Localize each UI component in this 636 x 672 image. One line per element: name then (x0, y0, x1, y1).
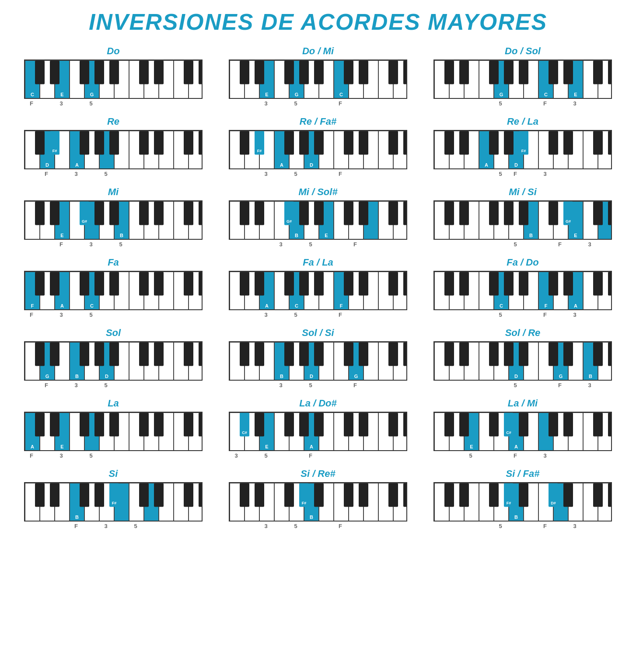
svg-text:C: C (544, 92, 548, 97)
svg-text:A: A (485, 162, 488, 168)
finger-label: F (30, 312, 33, 318)
chord-block-mi-sol: Mi / Sol#BEG#35F (222, 186, 414, 249)
svg-rect-447 (94, 483, 104, 507)
svg-rect-476 (403, 483, 407, 507)
finger-label: 3 (74, 382, 77, 388)
chord-title-sol-re: Sol / Re (505, 327, 541, 339)
svg-text:D: D (45, 162, 49, 168)
svg-rect-260 (344, 272, 353, 296)
svg-text:D: D (310, 162, 313, 168)
finger-label: 5 (104, 382, 107, 388)
svg-rect-452 (184, 483, 193, 507)
finger-label: 3 (543, 452, 546, 459)
finger-label: 5 (104, 171, 107, 177)
svg-rect-282 (504, 272, 514, 296)
finger-labels-si-fa: 5F3 (433, 523, 612, 531)
finger-label: F (543, 312, 547, 318)
svg-rect-113 (284, 131, 294, 155)
svg-text:C#: C# (242, 430, 247, 435)
svg-rect-357 (563, 343, 573, 366)
finger-labels-la-do: 35F (229, 452, 407, 460)
svg-rect-189 (359, 202, 368, 225)
chord-title-do-mi: Do / Mi (302, 46, 334, 57)
svg-rect-166 (184, 202, 193, 225)
svg-text:F#: F# (302, 501, 307, 505)
svg-rect-406 (403, 413, 407, 437)
svg-text:C: C (90, 303, 94, 308)
svg-rect-399 (255, 413, 264, 437)
svg-text:D: D (514, 162, 518, 168)
svg-rect-234 (94, 272, 104, 296)
finger-label: 5 (89, 452, 92, 459)
svg-rect-94 (184, 131, 193, 155)
svg-rect-22 (184, 61, 193, 84)
svg-rect-284 (549, 272, 558, 296)
chord-title-do: Do (107, 46, 119, 57)
finger-label: 5 (89, 100, 92, 107)
svg-rect-70 (593, 61, 603, 84)
svg-text:E: E (574, 233, 577, 238)
chord-block-sol-re: Sol / ReDGB5F3 (427, 327, 619, 390)
svg-text:B: B (120, 233, 123, 238)
svg-rect-164 (139, 202, 149, 225)
svg-rect-209 (504, 202, 514, 225)
svg-text:F#: F# (112, 501, 117, 505)
chord-block-si-fa: Si / Fa#BF#D#5F3 (427, 468, 619, 531)
svg-rect-214 (593, 202, 603, 225)
piano-svg-la-do: EAC# (229, 412, 407, 451)
svg-rect-141 (563, 131, 573, 155)
svg-rect-334 (388, 343, 398, 366)
finger-label: 3 (279, 382, 282, 388)
svg-text:B: B (310, 514, 313, 520)
svg-rect-15 (35, 61, 45, 84)
svg-text:B: B (589, 374, 592, 379)
finger-label: 3 (573, 100, 576, 107)
svg-rect-135 (459, 131, 469, 155)
svg-rect-422 (459, 413, 469, 437)
svg-rect-47 (403, 61, 407, 84)
svg-rect-165 (154, 202, 164, 225)
svg-text:C: C (500, 303, 503, 308)
svg-rect-403 (344, 413, 353, 437)
svg-rect-69 (563, 61, 573, 84)
chord-title-la-do: La / Do# (299, 398, 337, 409)
svg-text:A: A (31, 444, 34, 449)
piano-svg-re-la: ADF# (433, 130, 612, 169)
svg-rect-381 (184, 413, 193, 437)
piano-svg-la: AE (24, 412, 203, 451)
piano-svg-mi-si: BEG# (433, 200, 612, 240)
svg-rect-450 (139, 483, 149, 507)
svg-rect-354 (504, 343, 514, 366)
finger-label: F (543, 523, 547, 529)
svg-rect-330 (299, 343, 309, 366)
svg-rect-499 (593, 483, 603, 507)
svg-rect-283 (519, 272, 528, 296)
chord-title-re: Re (107, 116, 119, 127)
finger-label: 5 (499, 523, 502, 529)
svg-rect-377 (94, 413, 104, 437)
svg-rect-400 (284, 413, 294, 437)
chord-block-si-re: Si / Re#BF#35F (222, 468, 414, 531)
svg-text:G: G (45, 374, 49, 379)
svg-rect-430 (608, 413, 612, 437)
svg-rect-117 (359, 131, 368, 155)
chord-title-fa-do: Fa / Do (507, 257, 538, 268)
svg-text:E: E (265, 92, 268, 97)
finger-label: 5 (294, 100, 297, 107)
svg-text:G#: G# (566, 219, 571, 224)
svg-rect-379 (139, 413, 149, 437)
svg-rect-473 (344, 483, 353, 507)
finger-label: 3 (59, 312, 63, 318)
piano-svg-si: BF# (24, 482, 203, 522)
svg-text:F#: F# (521, 149, 526, 153)
svg-text:A: A (265, 303, 269, 308)
finger-label: F (30, 452, 33, 459)
svg-text:A: A (310, 444, 313, 449)
svg-rect-467 (240, 483, 249, 507)
svg-text:F: F (340, 303, 343, 308)
chord-block-do-sol: Do / SolGCE5F3 (427, 46, 619, 108)
svg-rect-359 (608, 343, 612, 366)
svg-rect-327 (240, 343, 249, 366)
finger-labels-mi-si: 5F3 (433, 241, 612, 249)
svg-rect-474 (359, 483, 368, 507)
